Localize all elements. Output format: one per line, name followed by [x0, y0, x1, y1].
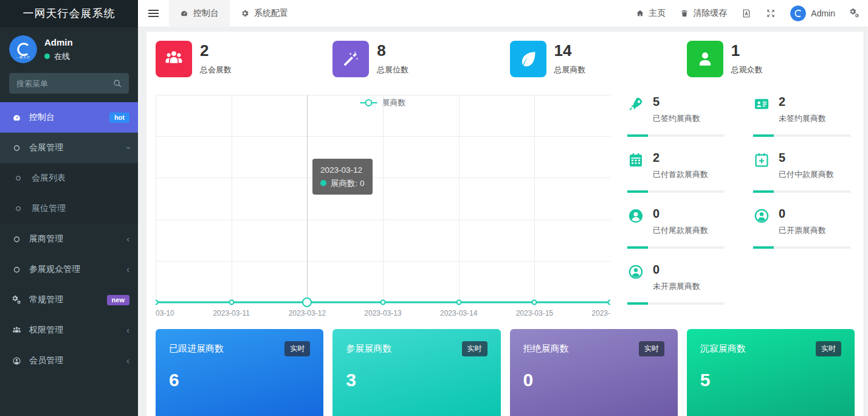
sidebar-menu: 控制台 hot 会展管理 ‹ 会展列表 展位管理 展商管理 ‹ 参展观众管理 ‹ [0, 102, 138, 376]
chart-data-point[interactable] [302, 297, 312, 307]
chevron-left-icon: ‹ [126, 356, 129, 365]
dashboard-panel: 2 总会展数 8 总展位数 14 总展商数 1 [146, 32, 864, 416]
fullscreen-icon[interactable] [766, 9, 776, 18]
exhibitor-line-chart[interactable]: 展商数 2023-03-102023-03-112023-03-122023-0… [156, 87, 610, 321]
sidebar-item-exhibition-list[interactable]: 会展列表 [0, 163, 138, 193]
sidebar-item-exhibition-mgmt[interactable]: 会展管理 ‹ [0, 133, 138, 163]
realtime-badge: 实时 [284, 341, 310, 356]
chevron-down-icon: ‹ [124, 147, 133, 150]
trash-icon [680, 9, 689, 18]
realtime-cards-row: 已跟进展商数 实时 6 参展展商数 实时 3 拒绝展商数 实时 [156, 329, 855, 416]
user-circle-icon [12, 356, 26, 366]
progress-bar [627, 246, 725, 249]
top-stats-row: 2 总会展数 8 总展位数 14 总展商数 1 [156, 41, 855, 77]
tachometer-icon [12, 113, 26, 122]
sidebar-item-general-mgmt[interactable]: 常规管理 new [0, 285, 138, 315]
sidebar-item-exhibitor-mgmt[interactable]: 展商管理 ‹ [0, 224, 138, 254]
home-icon [636, 9, 644, 18]
app-title: 一网天行会展系统 [0, 0, 138, 27]
stat-first-payment: 2 已付首款展商数 [627, 151, 729, 207]
circle-icon [12, 235, 26, 244]
chart-data-point[interactable] [381, 300, 386, 305]
navbar-user-menu[interactable]: Admin [790, 5, 835, 21]
circle-icon [12, 265, 26, 274]
magic-wand-icon [332, 41, 369, 77]
chevron-left-icon: ‹ [126, 265, 129, 274]
cogs-icon [12, 296, 26, 305]
chart-data-point[interactable] [608, 300, 611, 305]
user-avatar: 一网天行 [9, 35, 37, 63]
scrollbar[interactable] [864, 27, 868, 416]
sidebar-item-dashboard[interactable]: 控制台 hot [0, 102, 138, 133]
chart-tooltip: 2023-03-12 展商数: 0 [312, 159, 373, 195]
sidebar-item-permission-mgmt[interactable]: 权限管理 ‹ [0, 315, 138, 345]
home-link[interactable]: 主页 [636, 8, 666, 19]
user-avatar [790, 5, 806, 21]
search-input[interactable] [9, 73, 129, 94]
user-circle-icon [627, 263, 644, 292]
stat-total-exhibitions: 2 总会展数 [156, 41, 323, 77]
circle-icon [15, 205, 28, 212]
online-status-dot [44, 54, 50, 59]
realtime-badge: 实时 [816, 341, 841, 356]
settings-gears-icon[interactable] [850, 9, 859, 18]
gear-icon [241, 9, 249, 18]
tachometer-icon [180, 9, 188, 18]
stat-total-visitors: 1 总观众数 [687, 41, 855, 77]
sidebar-item-visitor-mgmt[interactable]: 参展观众管理 ‹ [0, 254, 138, 285]
chart-data-point[interactable] [456, 300, 461, 305]
tab-dashboard[interactable]: 控制台 [169, 0, 230, 27]
hot-badge: hot [109, 113, 129, 123]
navbar-username: Admin [811, 9, 835, 18]
clear-cache-link[interactable]: 清除缓存 [680, 8, 727, 19]
stat-not-invoiced: 0 未开票展商数 [627, 263, 729, 319]
top-navbar: 控制台 系统配置 主页 清除缓存 Admin [138, 0, 868, 27]
tooltip-date: 2023-03-12 [320, 164, 365, 177]
user-badge-icon [627, 207, 644, 236]
search-icon[interactable] [112, 78, 122, 88]
calendar-plus-icon [753, 151, 770, 180]
sidebar-user-panel: 一网天行 Admin 在线 [0, 27, 138, 67]
card-dormant-exhibitors: 沉寂展商数 实时 5 [687, 329, 855, 416]
card-rejected-exhibitors: 拒绝展商数 实时 0 [510, 329, 678, 416]
tab-system-config[interactable]: 系统配置 [230, 0, 299, 27]
sidebar-toggle-icon[interactable] [138, 10, 169, 17]
stat-signed-exhibitors: 5 已签约展商数 [627, 95, 729, 151]
user-circle-icon [753, 207, 770, 236]
card-followed-exhibitors: 已跟进展商数 实时 6 [156, 329, 323, 416]
rocket-icon [627, 95, 644, 124]
stat-total-exhibitors: 14 总展商数 [510, 41, 678, 77]
user-name: Admin [44, 37, 73, 47]
circle-icon [15, 175, 28, 182]
chart-data-point[interactable] [229, 300, 234, 305]
calendar-icon [627, 151, 644, 180]
stat-middle-payment: 5 已付中款展商数 [753, 151, 855, 207]
chart-data-point[interactable] [156, 300, 159, 305]
stat-invoiced: 0 已开票展商数 [753, 207, 855, 263]
sidebar-search [9, 73, 129, 94]
online-status-label: 在线 [54, 51, 70, 62]
id-card-icon [753, 95, 770, 124]
progress-bar [753, 134, 850, 137]
card-participating-exhibitors: 参展展商数 实时 3 [332, 329, 500, 416]
chart-data-point[interactable] [532, 300, 537, 305]
chart-plot-area: 2023-03-102023-03-112023-03-122023-03-13… [156, 95, 610, 302]
user-icon [687, 41, 723, 77]
sidebar-item-booth-mgmt[interactable]: 展位管理 [0, 193, 138, 224]
chevron-left-icon: ‹ [126, 326, 129, 335]
progress-bar [753, 190, 850, 193]
users-icon [12, 326, 26, 335]
realtime-badge: 实时 [462, 341, 487, 356]
users-group-icon [156, 41, 192, 77]
tooltip-value: 展商数: 0 [331, 179, 365, 188]
exhibitor-stats-panel: 5 已签约展商数 2 未签约展商数 [627, 87, 855, 321]
dashboard-content: 2 总会展数 8 总展位数 14 总展商数 1 [138, 27, 868, 416]
circle-icon [12, 144, 26, 153]
progress-bar [627, 190, 725, 193]
translate-icon[interactable] [742, 9, 751, 18]
sidebar-item-member-mgmt[interactable]: 会员管理 ‹ [0, 345, 138, 376]
avatar-logo-text: 一网天行 [9, 55, 37, 59]
sidebar: 一网天行会展系统 一网天行 Admin 在线 控制台 hot 会展管理 ‹ [0, 0, 138, 416]
new-badge: new [107, 295, 129, 305]
progress-bar [627, 302, 725, 305]
